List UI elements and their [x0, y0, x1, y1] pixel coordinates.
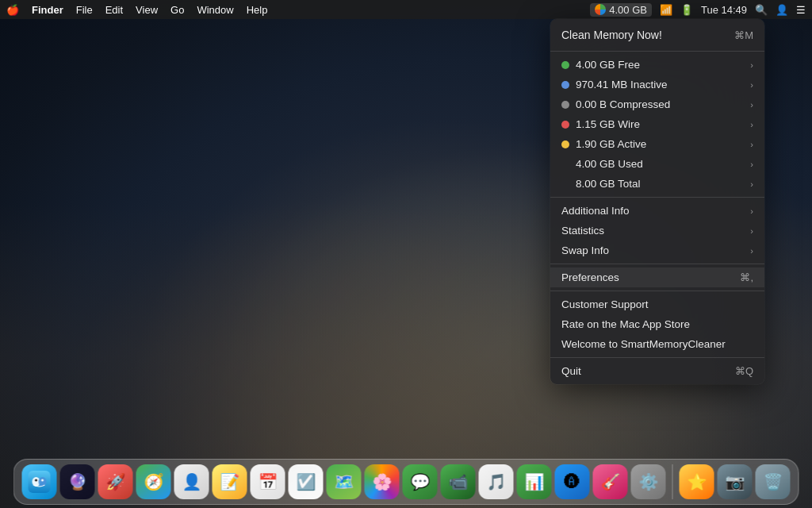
clean-memory-label: Clean Memory Now!	[561, 29, 734, 41]
memory-total[interactable]: 8.00 GB Total ›	[550, 174, 764, 194]
customer-support[interactable]: Customer Support	[550, 294, 764, 314]
dock-sysprefs[interactable]: ⚙️	[631, 464, 666, 499]
dock: 🔮 🚀 🧭 👤 📝 📅 ☑️ 🗺️ 🌸 💬 📹 🎵 📊 🅐 🎸 ⚙️	[13, 459, 799, 505]
clock: Tue 14:49	[701, 4, 747, 16]
dock-calendar[interactable]: 📅	[251, 464, 285, 499]
apple-menu[interactable]: 🍎	[6, 4, 19, 16]
clean-section: Clean Memory Now! ⌘M	[550, 19, 764, 51]
menubar-right: 4.00 GB 📶 🔋 Tue 14:49 🔍 👤 ☰	[590, 3, 806, 17]
dot-red	[561, 121, 569, 129]
memory-icon	[595, 4, 606, 15]
menu-help[interactable]: Help	[247, 4, 268, 16]
dock-appstore[interactable]: 🅐	[555, 464, 590, 499]
customer-support-label: Customer Support	[561, 298, 753, 310]
support-section: Customer Support Rate on the Mac App Sto…	[550, 291, 764, 357]
used-label: 4.00 GB Used	[576, 158, 750, 170]
clean-memory-button[interactable]: Clean Memory Now! ⌘M	[550, 22, 764, 48]
info-section: Additional Info › Statistics › Swap Info…	[550, 198, 764, 264]
battery-icon[interactable]: 🔋	[680, 4, 693, 16]
chevron-icon: ›	[750, 140, 753, 149]
chevron-icon: ›	[750, 160, 753, 169]
statistics-label: Statistics	[561, 225, 750, 237]
dock-photos[interactable]: 🌸	[365, 464, 400, 499]
chevron-icon: ›	[750, 60, 753, 70]
menu-go[interactable]: Go	[170, 4, 184, 16]
quit-shortcut: ⌘Q	[735, 365, 753, 377]
dock-itunes[interactable]: 🎵	[479, 464, 514, 499]
spotlight-icon[interactable]: 🔍	[755, 4, 768, 16]
dock-trash[interactable]: 🗑️	[756, 464, 791, 499]
menu-finder[interactable]: Finder	[32, 4, 63, 16]
dock-safari[interactable]: 🧭	[136, 464, 171, 499]
swap-info[interactable]: Swap Info ›	[550, 241, 764, 260]
chevron-icon: ›	[750, 226, 753, 236]
dock-music[interactable]: 🎸	[593, 464, 628, 499]
dock-contacts[interactable]: 👤	[174, 464, 209, 499]
total-label: 8.00 GB Total	[576, 178, 750, 190]
menu-edit[interactable]: Edit	[105, 4, 123, 16]
svg-point-4	[41, 479, 44, 482]
dock-launchpad[interactable]: 🚀	[98, 464, 133, 499]
memory-active[interactable]: 1.90 GB Active ›	[550, 134, 764, 154]
dock-facetime[interactable]: 📹	[441, 464, 476, 499]
svg-point-3	[35, 479, 37, 482]
chevron-icon: ›	[750, 179, 753, 189]
dot-blue	[561, 81, 569, 89]
dock-stickies[interactable]: 📝	[213, 464, 247, 499]
memory-compressed[interactable]: 0.00 B Compressed ›	[550, 94, 764, 114]
menubar: 🍎 Finder File Edit View Go Window Help 4…	[0, 0, 812, 19]
memory-section: 4.00 GB Free › 970.41 MB Inactive › 0.00…	[550, 52, 764, 197]
dock-finder[interactable]	[22, 464, 57, 499]
memory-free[interactable]: 4.00 GB Free ›	[550, 55, 764, 75]
quit-button[interactable]: Quit ⌘Q	[550, 361, 764, 381]
compressed-label: 0.00 B Compressed	[576, 98, 750, 110]
memory-status[interactable]: 4.00 GB	[590, 3, 652, 17]
menu-extras-icon[interactable]: ☰	[796, 4, 806, 16]
chevron-icon: ›	[750, 246, 753, 256]
dock-numbers[interactable]: 📊	[517, 464, 552, 499]
rate-app-store[interactable]: Rate on the Mac App Store	[550, 314, 764, 334]
memory-wire[interactable]: 1.15 GB Wire ›	[550, 114, 764, 134]
memory-used[interactable]: 4.00 GB Used ›	[550, 154, 764, 174]
chevron-icon: ›	[750, 100, 753, 110]
free-label: 4.00 GB Free	[576, 59, 750, 71]
preferences-button[interactable]: Preferences ⌘,	[550, 267, 764, 287]
dock-cleaner[interactable]: ⭐	[680, 464, 714, 499]
swap-info-label: Swap Info	[561, 244, 750, 256]
dot-gray	[561, 101, 569, 109]
user-icon[interactable]: 👤	[776, 4, 788, 16]
dropdown-menu: Clean Memory Now! ⌘M 4.00 GB Free › 970.…	[550, 19, 764, 384]
preferences-shortcut: ⌘,	[740, 271, 753, 283]
clean-memory-shortcut: ⌘M	[734, 29, 753, 41]
welcome[interactable]: Welcome to SmartMemoryCleaner	[550, 334, 764, 354]
dot-green	[561, 61, 569, 69]
svg-point-2	[39, 477, 47, 487]
statistics[interactable]: Statistics ›	[550, 221, 764, 241]
preferences-section: Preferences ⌘,	[550, 264, 764, 291]
memory-inactive[interactable]: 970.41 MB Inactive ›	[550, 75, 764, 94]
additional-info[interactable]: Additional Info ›	[550, 201, 764, 221]
inactive-label: 970.41 MB Inactive	[576, 79, 750, 90]
active-label: 1.90 GB Active	[576, 138, 750, 150]
menu-file[interactable]: File	[76, 4, 93, 16]
chevron-icon: ›	[750, 120, 753, 129]
dock-separator	[672, 464, 673, 499]
welcome-label: Welcome to SmartMemoryCleaner	[561, 338, 753, 350]
dot-yellow	[561, 140, 569, 148]
menubar-left: 🍎 Finder File Edit View Go Window Help	[6, 4, 267, 16]
memory-amount: 4.00 GB	[609, 4, 647, 16]
menu-view[interactable]: View	[136, 4, 158, 16]
chevron-icon: ›	[750, 80, 753, 90]
quit-section: Quit ⌘Q	[550, 358, 764, 384]
additional-info-label: Additional Info	[561, 205, 750, 217]
dock-maps[interactable]: 🗺️	[327, 464, 362, 499]
dock-siri[interactable]: 🔮	[60, 464, 95, 499]
wire-label: 1.15 GB Wire	[576, 118, 750, 130]
dock-reminders[interactable]: ☑️	[289, 464, 324, 499]
menu-window[interactable]: Window	[197, 4, 233, 16]
chevron-icon: ›	[750, 206, 753, 216]
dock-messages[interactable]: 💬	[403, 464, 438, 499]
dock-camera[interactable]: 📷	[718, 464, 753, 499]
wifi-icon[interactable]: 📶	[660, 4, 672, 16]
rate-label: Rate on the Mac App Store	[561, 318, 753, 330]
